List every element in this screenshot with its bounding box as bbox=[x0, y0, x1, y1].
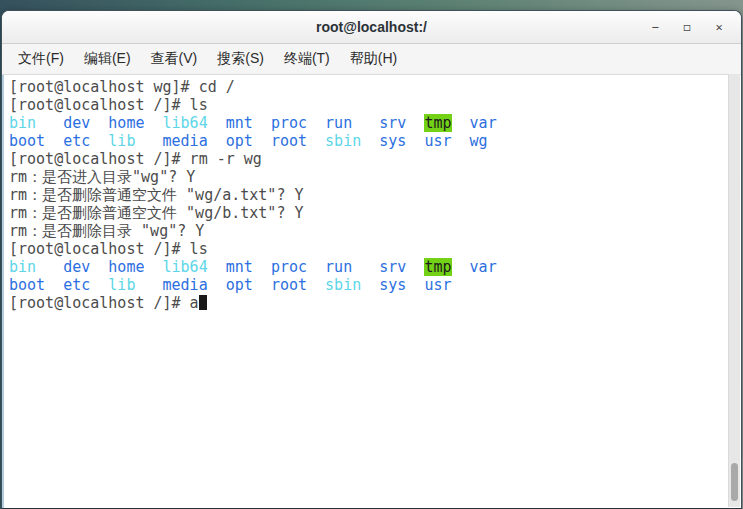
terminal-window: root@localhost:/ − ◻ ✕ 文件(F)编辑(E)查看(V)搜索… bbox=[1, 10, 742, 509]
terminal-line: bin dev home lib64 mnt proc run srv tmp … bbox=[9, 258, 723, 276]
menu-item-1[interactable]: 文件(F) bbox=[8, 44, 74, 74]
terminal-text-segment bbox=[45, 132, 63, 150]
minimize-icon[interactable]: − bbox=[643, 16, 667, 38]
terminal-text-segment: lib64 bbox=[163, 114, 208, 132]
terminal-text-segment: rm：是否删除普通空文件 "wg/b.txt"? Y bbox=[9, 204, 304, 222]
terminal-text-segment: mnt bbox=[226, 114, 253, 132]
terminal-text-segment: sbin bbox=[325, 276, 361, 294]
terminal-text-segment bbox=[208, 258, 226, 276]
terminal-text-segment bbox=[36, 114, 63, 132]
terminal-cursor bbox=[199, 295, 207, 310]
terminal-text-segment: tmp bbox=[424, 258, 451, 276]
terminal-line: [root@localhost /]# ls bbox=[9, 96, 723, 114]
terminal-text-segment: boot bbox=[9, 132, 45, 150]
terminal-text-segment: run bbox=[325, 114, 352, 132]
menu-item-3[interactable]: 查看(V) bbox=[141, 44, 208, 74]
terminal-line: [root@localhost /]# ls bbox=[9, 240, 723, 258]
terminal-output[interactable]: [root@localhost wg]# cd /[root@localhost… bbox=[2, 75, 741, 508]
terminal-text-segment bbox=[307, 114, 325, 132]
terminal-text-segment: wg bbox=[470, 132, 488, 150]
terminal-text-segment: root bbox=[271, 132, 307, 150]
scrollbar[interactable] bbox=[728, 74, 740, 507]
terminal-text-segment bbox=[361, 276, 379, 294]
terminal-text-segment bbox=[208, 114, 226, 132]
terminal-text-segment bbox=[135, 276, 162, 294]
maximize-icon[interactable]: ◻ bbox=[675, 16, 699, 38]
terminal-text-segment bbox=[352, 114, 379, 132]
menu-item-6[interactable]: 帮助(H) bbox=[340, 44, 407, 74]
terminal-text-segment: srv bbox=[379, 258, 406, 276]
terminal-text-segment bbox=[406, 132, 424, 150]
terminal-text-segment bbox=[406, 114, 424, 132]
terminal-text-segment: rm：是否删除普通空文件 "wg/a.txt"? Y bbox=[9, 186, 304, 204]
terminal-line: boot etc lib media opt root sbin sys usr bbox=[9, 276, 723, 294]
terminal-text-segment bbox=[144, 258, 162, 276]
terminal-line: boot etc lib media opt root sbin sys usr… bbox=[9, 132, 723, 150]
terminal-text-segment: home bbox=[108, 258, 144, 276]
terminal-line: rm：是否删除目录 "wg"? Y bbox=[9, 222, 723, 240]
window-controls: − ◻ ✕ bbox=[643, 11, 731, 43]
terminal-text-segment: [root@localhost /]# rm -r wg bbox=[9, 150, 262, 168]
terminal-text-segment: srv bbox=[379, 114, 406, 132]
terminal-text-segment bbox=[452, 114, 470, 132]
close-icon[interactable]: ✕ bbox=[707, 16, 731, 38]
terminal-text-segment bbox=[144, 114, 162, 132]
terminal-text-segment bbox=[307, 132, 325, 150]
terminal-line: [root@localhost /]# rm -r wg bbox=[9, 150, 723, 168]
terminal-text-segment: bin bbox=[9, 114, 36, 132]
menubar: 文件(F)编辑(E)查看(V)搜索(S)终端(T)帮助(H) bbox=[2, 44, 741, 75]
terminal-text-segment bbox=[352, 258, 379, 276]
terminal-text-segment: [root@localhost wg]# cd / bbox=[9, 78, 235, 96]
terminal-text-segment: proc bbox=[271, 258, 307, 276]
terminal-text-segment: [root@localhost /]# a bbox=[9, 294, 199, 312]
terminal-text-segment: sys bbox=[379, 132, 406, 150]
terminal-text-segment bbox=[253, 258, 271, 276]
terminal-text-segment: opt bbox=[226, 276, 253, 294]
terminal-text-segment bbox=[90, 276, 108, 294]
menu-item-5[interactable]: 终端(T) bbox=[274, 44, 340, 74]
titlebar[interactable]: root@localhost:/ − ◻ ✕ bbox=[2, 11, 741, 44]
terminal-text-segment: usr bbox=[424, 132, 451, 150]
terminal-line: [root@localhost /]# a bbox=[9, 294, 723, 312]
terminal-text-segment: media bbox=[163, 276, 208, 294]
terminal-text-segment: mnt bbox=[226, 258, 253, 276]
terminal-text-segment: usr bbox=[424, 276, 451, 294]
menu-item-2[interactable]: 编辑(E) bbox=[74, 44, 141, 74]
terminal-text-segment: rm：是否删除目录 "wg"? Y bbox=[9, 222, 204, 240]
terminal-text-segment: lib bbox=[108, 276, 135, 294]
terminal-text-segment bbox=[90, 114, 108, 132]
terminal-text-segment bbox=[361, 132, 379, 150]
terminal-text-segment: var bbox=[470, 258, 497, 276]
terminal-text-segment bbox=[452, 132, 470, 150]
terminal-line: rm：是否删除普通空文件 "wg/b.txt"? Y bbox=[9, 204, 723, 222]
terminal-text-segment: rm：是否进入目录"wg"? Y bbox=[9, 168, 195, 186]
terminal-text-segment bbox=[307, 276, 325, 294]
menu-item-4[interactable]: 搜索(S) bbox=[207, 44, 274, 74]
terminal-text-segment: proc bbox=[271, 114, 307, 132]
terminal-text-segment: boot bbox=[9, 276, 45, 294]
terminal-text-segment: run bbox=[325, 258, 352, 276]
terminal-text-segment: lib bbox=[108, 132, 135, 150]
terminal-text-segment bbox=[45, 276, 63, 294]
terminal-text-segment: dev bbox=[63, 114, 90, 132]
terminal-text-segment bbox=[406, 276, 424, 294]
window-title: root@localhost:/ bbox=[2, 11, 741, 43]
terminal-text-segment: etc bbox=[63, 276, 90, 294]
terminal-text-segment bbox=[253, 276, 271, 294]
terminal-text-segment bbox=[253, 114, 271, 132]
terminal-text-segment bbox=[208, 276, 226, 294]
terminal-text-segment: home bbox=[108, 114, 144, 132]
terminal-text-segment: dev bbox=[63, 258, 90, 276]
terminal-text-segment: bin bbox=[9, 258, 36, 276]
terminal-line: bin dev home lib64 mnt proc run srv tmp … bbox=[9, 114, 723, 132]
terminal-text-segment: etc bbox=[63, 132, 90, 150]
terminal-text-segment bbox=[90, 132, 108, 150]
terminal-text-segment bbox=[307, 258, 325, 276]
scrollbar-thumb[interactable] bbox=[731, 463, 738, 501]
terminal-text-segment bbox=[90, 258, 108, 276]
terminal-text-segment bbox=[135, 132, 162, 150]
terminal-text-segment: sys bbox=[379, 276, 406, 294]
terminal-text-segment bbox=[253, 132, 271, 150]
terminal-text-segment: media bbox=[163, 132, 208, 150]
terminal-line: rm：是否进入目录"wg"? Y bbox=[9, 168, 723, 186]
